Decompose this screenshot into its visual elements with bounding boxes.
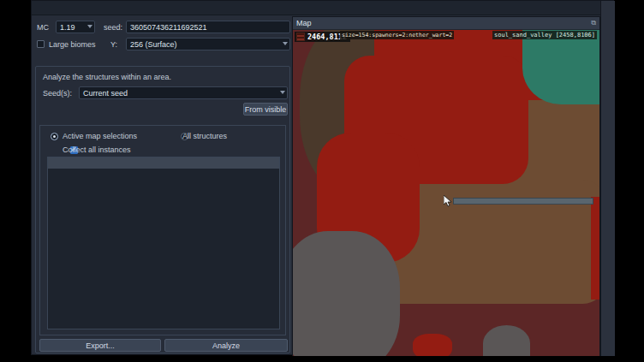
mc-seed-row: MC 1.19 seed: 360507436211692521 bbox=[37, 21, 290, 34]
large-biomes-checkbox[interactable] bbox=[37, 40, 45, 48]
analyze-button[interactable]: Analyze bbox=[164, 339, 288, 352]
structures-options-panel: Active map selections All structures Col… bbox=[39, 125, 286, 335]
from-visible-button[interactable]: From visible bbox=[243, 103, 288, 116]
map-panel-header[interactable]: Map ⧉ bbox=[293, 17, 599, 29]
biome-warped-forest bbox=[522, 30, 599, 104]
structure-tooltip: size=154:spawners=2:nether_wart=2 bbox=[340, 31, 454, 39]
float-panel-icon[interactable]: ⧉ bbox=[591, 19, 596, 27]
seeds-combo[interactable]: Current seed bbox=[79, 86, 288, 99]
map-canvas[interactable]: 2464,8112 size=154:spawners=2:nether_war… bbox=[293, 30, 599, 356]
seeds-label: Seed(s): bbox=[43, 89, 72, 98]
seed-value: 360507436211692521 bbox=[130, 23, 206, 32]
mc-version-combo[interactable]: 1.19 bbox=[56, 21, 95, 33]
seed-label: seed: bbox=[104, 23, 122, 32]
all-structures-label: All structures bbox=[182, 132, 227, 140]
biome-crimson-spot bbox=[413, 334, 452, 356]
cubiomes-viewer-window: MC 1.19 seed: 360507436211692521 Large b… bbox=[31, 0, 614, 355]
biome-position-label: soul_sand_valley [2458,8106] bbox=[492, 31, 597, 39]
table-header[interactable] bbox=[48, 157, 279, 169]
seeds-value: Current seed bbox=[83, 89, 128, 98]
mouse-cursor bbox=[444, 195, 452, 207]
y-value: 256 (Surface) bbox=[130, 40, 177, 49]
menu-bar bbox=[32, 1, 613, 15]
structures-panel: Analyze the structures within an area. S… bbox=[35, 66, 290, 353]
collect-instances-label: Collect all instances bbox=[63, 145, 131, 154]
map-toolbar bbox=[600, 1, 615, 356]
map-panel: Map ⧉ bbox=[292, 16, 600, 356]
active-selections-radio[interactable] bbox=[51, 133, 58, 140]
biome-basalt-deltas-small bbox=[483, 325, 530, 356]
mc-label: MC bbox=[37, 23, 49, 32]
biome-crimson-edge bbox=[591, 197, 599, 300]
y-label: Y: bbox=[110, 40, 117, 49]
y-combo[interactable]: 256 (Surface) bbox=[126, 38, 290, 50]
results-table[interactable] bbox=[47, 157, 280, 329]
y-row: Large biomes Y: 256 (Surface) bbox=[37, 38, 290, 51]
chevron-down-icon bbox=[283, 42, 288, 45]
large-biomes-label: Large biomes bbox=[49, 40, 96, 49]
fortress-icon bbox=[296, 33, 305, 41]
desktop: MC 1.19 seed: 360507436211692521 Large b… bbox=[0, 0, 644, 362]
context-menu bbox=[453, 198, 593, 205]
seed-input[interactable]: 360507436211692521 bbox=[126, 21, 290, 33]
chevron-down-icon bbox=[280, 91, 285, 94]
active-selections-label: Active map selections bbox=[63, 132, 137, 140]
panel-description: Analyze the structures within an area. bbox=[43, 73, 171, 81]
mc-version-value: 1.19 bbox=[60, 23, 75, 32]
map-panel-title: Map bbox=[296, 19, 312, 27]
biome-basalt-deltas bbox=[293, 231, 400, 356]
export-button[interactable]: Export... bbox=[39, 339, 161, 352]
chevron-down-icon bbox=[87, 25, 92, 28]
